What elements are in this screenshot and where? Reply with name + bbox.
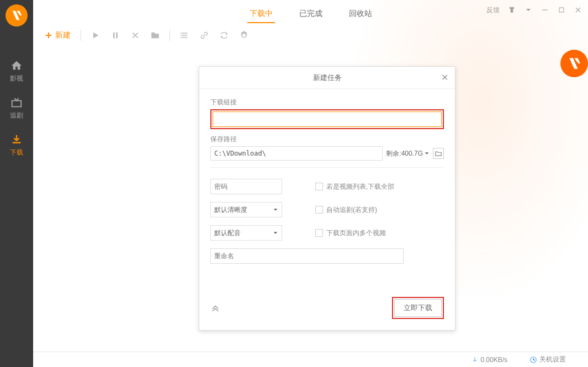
folder-icon[interactable] — [147, 28, 163, 43]
statusbar: 0.00KB/s 关机设置 — [33, 352, 588, 367]
sidebar-item-movies[interactable]: 影视 — [0, 53, 33, 90]
dialog-title: 新建任务 — [313, 73, 342, 83]
save-path-input[interactable] — [210, 146, 383, 161]
clock-icon — [529, 356, 537, 364]
maximize-icon[interactable] — [557, 6, 566, 14]
main-tabs: 下载中 已完成 回收站 — [247, 6, 374, 23]
dialog-body: 下载链接 保存路径 剩余:400.7G 若是视频列表,下载全部 — [199, 89, 455, 280]
minimize-icon[interactable] — [541, 6, 549, 14]
down-arrow-icon — [472, 357, 478, 363]
remaining-space[interactable]: 剩余:400.7G — [386, 149, 430, 158]
float-logo[interactable] — [560, 50, 588, 77]
sidebar-item-label: 下载 — [10, 148, 23, 157]
tv-icon — [10, 97, 23, 109]
repeat-icon[interactable] — [216, 28, 232, 43]
playlist-checkbox-row[interactable]: 若是视频列表,下载全部 — [315, 182, 394, 192]
password-input[interactable] — [210, 179, 282, 194]
download-now-button[interactable]: 立即下载 — [394, 299, 442, 317]
link-label: 下载链接 — [210, 98, 444, 107]
app-logo — [6, 4, 28, 26]
close-icon[interactable] — [574, 6, 582, 14]
dialog-close-icon[interactable]: ✕ — [441, 72, 448, 83]
toolbar-divider — [81, 30, 81, 41]
download-icon — [10, 134, 23, 146]
svg-rect-0 — [559, 8, 564, 12]
main-area: 反馈 下载中 已完成 回收站 新建 — [33, 0, 588, 367]
dialog-footer: 立即下载 — [199, 280, 455, 330]
checkbox-icon — [315, 183, 323, 190]
home-icon — [10, 60, 23, 72]
delete-icon[interactable] — [128, 28, 143, 43]
sidebar-item-label: 追剧 — [10, 111, 23, 120]
new-task-dialog: 新建任务 ✕ 下载链接 保存路径 剩余:400.7G — [199, 66, 455, 331]
toolbar: 新建 — [41, 28, 252, 43]
sidebar-item-follow[interactable]: 追剧 — [0, 90, 33, 127]
download-link-input[interactable] — [213, 111, 442, 127]
checkbox-icon — [315, 229, 323, 237]
tab-downloading[interactable]: 下载中 — [247, 6, 275, 23]
gear-icon[interactable] — [236, 28, 252, 43]
new-task-label: 新建 — [55, 30, 71, 40]
collapse-icon[interactable] — [210, 303, 220, 313]
tab-recycle[interactable]: 回收站 — [347, 6, 374, 23]
play-icon[interactable] — [88, 28, 103, 43]
sidebar-item-label: 影视 — [10, 74, 23, 83]
sidebar: 影视 追剧 下载 — [0, 0, 33, 367]
new-task-button[interactable]: 新建 — [41, 28, 74, 42]
clarity-select[interactable]: 默认清晰度 — [210, 202, 282, 217]
tab-completed[interactable]: 已完成 — [297, 6, 325, 23]
list-icon[interactable] — [177, 28, 192, 43]
shirt-icon[interactable] — [507, 6, 516, 14]
download-speed: 0.00KB/s — [472, 356, 507, 364]
checkbox-icon — [315, 206, 323, 214]
shutdown-settings[interactable]: 关机设置 — [529, 355, 566, 364]
browse-folder-icon[interactable] — [433, 148, 444, 159]
dropdown-icon[interactable] — [524, 6, 533, 14]
dialog-header: 新建任务 ✕ — [199, 67, 455, 89]
rename-input[interactable] — [210, 248, 404, 264]
multi-video-checkbox-row[interactable]: 下载页面内多个视频 — [315, 228, 386, 238]
path-label: 保存路径 — [210, 135, 444, 144]
audio-select[interactable]: 默认配音 — [210, 225, 282, 241]
download-highlight-box: 立即下载 — [392, 297, 444, 319]
link-icon[interactable] — [197, 28, 212, 43]
toolbar-divider — [169, 30, 170, 41]
link-highlight-box — [210, 109, 444, 129]
feedback-link[interactable]: 反馈 — [486, 6, 500, 15]
pause-icon[interactable] — [108, 28, 123, 43]
sidebar-item-download[interactable]: 下载 — [0, 127, 33, 164]
auto-follow-checkbox-row[interactable]: 自动追剧(若支持) — [315, 205, 377, 215]
